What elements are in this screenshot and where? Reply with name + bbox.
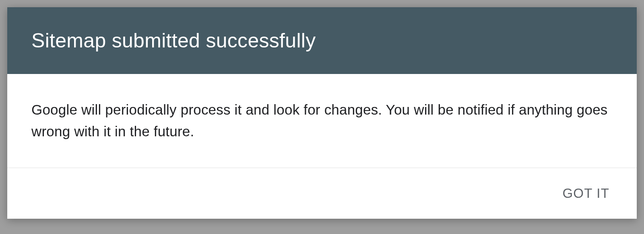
got-it-button[interactable]: GOT IT — [556, 182, 616, 205]
dialog-message: Google will periodically process it and … — [31, 99, 613, 143]
dialog-title: Sitemap submitted successfully — [31, 29, 613, 52]
dialog-header: Sitemap submitted successfully — [7, 7, 637, 74]
dialog-body: Google will periodically process it and … — [7, 74, 637, 168]
confirmation-dialog: Sitemap submitted successfully Google wi… — [7, 7, 637, 219]
dialog-actions: GOT IT — [7, 168, 637, 219]
